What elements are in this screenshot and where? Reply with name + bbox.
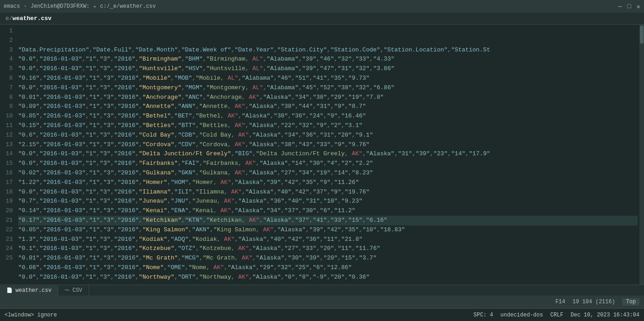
- minimize-button[interactable]: —: [618, 3, 622, 10]
- table-row: "0.0","2016-01-03","1","3","2016","Hunts…: [18, 64, 638, 74]
- status-bar: F14 19 104 (2116) Top: [0, 296, 644, 308]
- line-number: 7: [4, 83, 13, 93]
- table-row: "0.02","2016-01-03","1","3","2016","Gulk…: [18, 168, 638, 178]
- top-button[interactable]: Top: [622, 298, 639, 306]
- line-numbers: 1234567891011121314151617181920212223242…: [0, 25, 16, 285]
- table-row: "0.08","2016-01-03","1","3","2016","Nome…: [18, 263, 638, 273]
- table-row: "0.05","2016-01-03","1","3","2016","Beth…: [18, 112, 638, 121]
- line-number: 25: [4, 254, 13, 263]
- path-prefix: e/: [5, 15, 13, 22]
- table-row: "0.01","2016-01-03","1","3","2016","Mc G…: [18, 254, 638, 263]
- line-number: 22: [4, 225, 13, 235]
- line-number: 24: [4, 244, 13, 254]
- line-number: 17: [4, 178, 13, 188]
- tab-weather-csv[interactable]: 📄 weather.csv: [0, 285, 58, 296]
- scrollbar[interactable]: [639, 25, 644, 285]
- status-right: F14 19 104 (2116) Top: [555, 298, 639, 306]
- table-row: "0.0","2016-01-03","1","3","2016","Fairb…: [18, 159, 638, 168]
- line-number: 12: [4, 131, 13, 140]
- cursor-position: 19 104 (2116): [573, 299, 615, 305]
- table-row: "1.22","2016-01-03","1","3","2016","Home…: [18, 178, 638, 188]
- scrollbar-thumb[interactable]: [640, 25, 644, 44]
- table-row: "0.0","2016-01-03","1","3","2016","North…: [18, 273, 638, 282]
- tab-label-weather: weather.csv: [15, 287, 51, 294]
- table-row: "0.05","2016-01-03","1","3","2016","King…: [18, 225, 638, 235]
- table-row: "0.0","2016-01-03","1","3","2016","Delta…: [18, 149, 638, 159]
- line-number: 16: [4, 168, 13, 178]
- table-row: "0.17","2016-01-03","1","3","2016","Ketc…: [18, 216, 638, 225]
- csv-file-icon: 📄: [6, 287, 13, 293]
- line-number: 14: [4, 149, 13, 159]
- line-number: 8: [4, 93, 13, 102]
- table-row: "2.15","2016-01-03","1","3","2016","Cord…: [18, 140, 638, 150]
- line-number: 5: [4, 64, 13, 74]
- file-path-bar: e/weather.csv: [0, 13, 644, 25]
- editor-area: 1234567891011121314151617181920212223242…: [0, 25, 644, 285]
- title-file: c:/_e/weather.csv: [100, 3, 156, 10]
- line-number: 20: [4, 206, 13, 216]
- table-row: "0.0","2016-01-03","1","3","2016","Birmi…: [18, 55, 638, 64]
- maximize-button[interactable]: □: [627, 3, 631, 10]
- table-row: "0.09","2016-01-03","1","3","2016","Anne…: [18, 102, 638, 112]
- line-number: 6: [4, 74, 13, 83]
- line-number: 4: [4, 55, 13, 64]
- datetime-indicator: Dec 10, 2023 16:43:04: [571, 312, 639, 318]
- line-number: 2: [4, 36, 13, 46]
- table-row: "0.1","2016-01-03","1","3","2016","Kotze…: [18, 244, 638, 254]
- line-number: 13: [4, 140, 13, 150]
- table-row: "0.0","2016-01-03","1","3","2016","Iliam…: [18, 188, 638, 197]
- line-number: 3: [4, 46, 13, 55]
- tab-label-csv: CSV: [72, 287, 82, 294]
- table-row: "0.15","2016-01-03","1","3","2016","Bett…: [18, 121, 638, 131]
- window-controls[interactable]: — □ ✕: [618, 3, 640, 10]
- table-row: "0.0","2016-01-03","1","3","2016","Montg…: [18, 83, 638, 93]
- table-row: "0.14","2016-01-03","1","3","2016","Kena…: [18, 206, 638, 216]
- encoding-indicator: undecided-dos: [500, 312, 543, 318]
- line-number: 9: [4, 102, 13, 112]
- line-number: 1: [4, 26, 13, 36]
- line-number: 10: [4, 112, 13, 121]
- chart-icon: 〜: [65, 287, 70, 294]
- tab-csv[interactable]: 〜 CSV: [58, 285, 89, 296]
- table-row: "0.6","2016-01-03","1","3","2016","Cold …: [18, 131, 638, 140]
- title-bar-info: emacs - JenChieh@D7D3FRXW: ✦ c:/_e/weath…: [4, 3, 156, 10]
- eol-indicator: CRLF: [550, 312, 564, 318]
- line-number: 19: [4, 197, 13, 206]
- title-sep2: ✦: [93, 3, 96, 10]
- mode-right: SPC: 4 undecided-dos CRLF Dec 10, 2023 1…: [473, 312, 639, 318]
- key-indicator: F14: [555, 299, 565, 305]
- line-number: 18: [4, 188, 13, 197]
- title-separator: -: [24, 3, 27, 10]
- line-number: 23: [4, 235, 13, 245]
- path-file: weather.csv: [13, 15, 52, 22]
- mode-bar: <lwindow> ignore SPC: 4 undecided-dos CR…: [0, 308, 644, 321]
- line-number: 11: [4, 121, 13, 131]
- title-bar: emacs - JenChieh@D7D3FRXW: ✦ c:/_e/weath…: [0, 0, 644, 13]
- line-number: 21: [4, 216, 13, 225]
- close-button[interactable]: ✕: [637, 3, 640, 10]
- title-user: JenChieh@D7D3FRXW:: [30, 3, 90, 10]
- tab-bar: 📄 weather.csv 〜 CSV: [0, 285, 644, 296]
- table-row: "0.01","2016-01-03","1","3","2016","Anch…: [18, 93, 638, 102]
- table-row: "0.7","2016-01-03","1","3","2016","Junea…: [18, 197, 638, 206]
- window-mode: <lwindow> ignore: [5, 312, 57, 318]
- table-row: "Data.Precipitation","Date.Full","Date.M…: [18, 46, 638, 55]
- code-content[interactable]: "Data.Precipitation","Date.Full","Date.M…: [16, 25, 639, 285]
- table-row: "0.16","2016-01-03","1","3","2016","Mobi…: [18, 74, 638, 83]
- table-row: "1.3","2016-01-03","1","3","2016","Kodia…: [18, 235, 638, 245]
- spc-indicator: SPC: 4: [473, 312, 493, 318]
- app-name: emacs: [4, 3, 20, 10]
- line-number: 15: [4, 159, 13, 168]
